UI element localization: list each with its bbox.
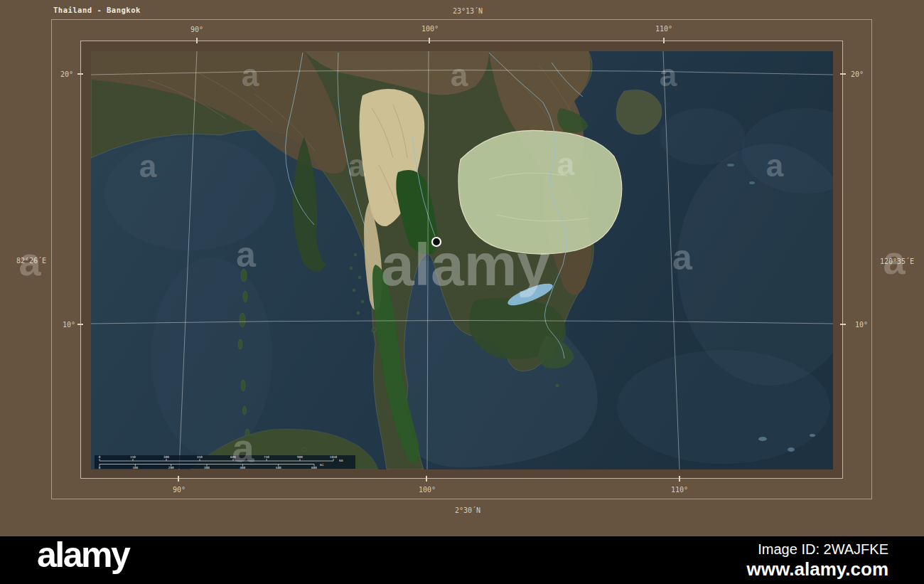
extent-north-label: 23°13´N [453, 7, 483, 15]
scale-km-tick: 1050 [330, 455, 338, 459]
frame-tick [77, 324, 83, 325]
scale-mi-tick: 300 [204, 466, 210, 469]
scale-km-tick: 900 [297, 455, 303, 459]
left-latitude-10: 10° [63, 321, 75, 329]
scale-km-tick: 150 [130, 455, 136, 459]
frame-tick [426, 476, 427, 482]
frame-tick [429, 38, 430, 43]
frame-tick [178, 476, 179, 482]
city-marker-bangkok [432, 238, 441, 246]
frame-tick [663, 38, 665, 43]
alamy-url-text: www.alamy.com [747, 558, 888, 580]
scale-bar: 0 150 300 450 600 750 900 1050 km 0 100 … [95, 455, 355, 469]
alamy-logo: alamy [37, 537, 129, 573]
right-latitude-20: 20° [851, 70, 864, 78]
scale-km-unit: km [339, 459, 343, 462]
bottom-longitude-100: 100° [419, 486, 436, 494]
frame-tick [77, 73, 83, 75]
frame-tick [679, 476, 680, 482]
stock-map-image: Thailand - Bangkok 23°13´N 90° 100° 110°… [0, 0, 924, 584]
footer-credit-bar: alamy Image ID: 2WAJFKE www.alamy.com [0, 536, 924, 584]
extent-east-label: 120°35´E [880, 258, 914, 265]
map-canvas: 0 150 300 450 600 750 900 1050 km 0 100 … [91, 51, 833, 469]
top-longitude-110: 110° [655, 25, 672, 33]
left-latitude-20: 20° [60, 70, 73, 78]
frame-tick [196, 38, 198, 43]
right-latitude-10: 10° [855, 321, 868, 329]
top-longitude-90: 90° [190, 26, 203, 33]
frame-tick [840, 324, 846, 325]
bottom-longitude-90: 90° [173, 486, 186, 494]
map-title: Thailand - Bangkok [53, 6, 141, 14]
scale-mi-tick: 600 [311, 466, 317, 469]
scale-km-tick: 300 [163, 455, 169, 459]
image-id-text: Image ID: 2WAJFKE [758, 541, 888, 558]
physical-map-image: 0 150 300 450 600 750 900 1050 km 0 100 … [91, 51, 833, 469]
scale-mi-tick: 500 [276, 466, 281, 469]
scale-km-tick: 450 [197, 455, 203, 459]
scale-km-tick: 600 [230, 455, 236, 459]
frame-tick [840, 73, 846, 75]
scale-mi-tick: 400 [240, 466, 245, 469]
scale-mi-tick: 0 [99, 466, 101, 469]
bottom-longitude-110: 110° [671, 486, 688, 494]
scale-km-tick: 0 [99, 455, 101, 459]
top-longitude-100: 100° [421, 25, 439, 33]
extent-west-label: 82°26´E [16, 257, 46, 265]
scale-km-tick: 750 [264, 455, 269, 459]
scale-mi-tick: 100 [132, 466, 138, 469]
extent-south-label: 2°30´N [455, 506, 480, 514]
scale-mi-tick: 200 [168, 466, 174, 469]
scale-mi-unit: mi [320, 463, 324, 467]
